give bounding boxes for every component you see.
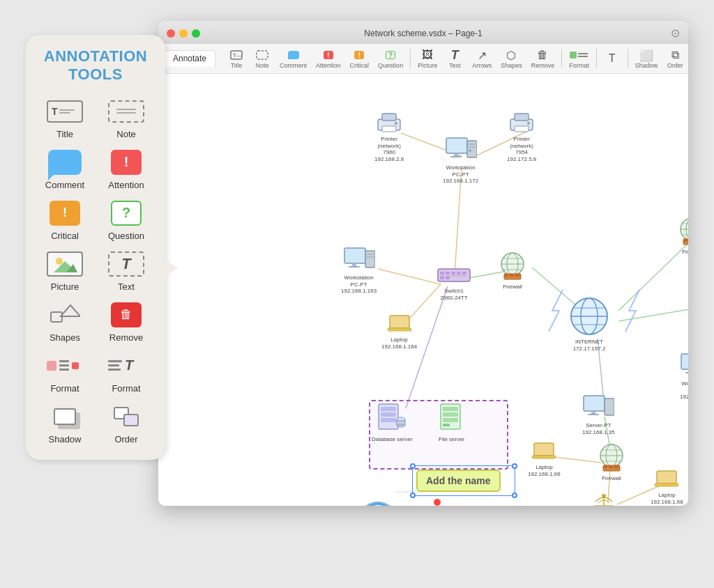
svg-rect-30 [382, 126, 396, 132]
tool-format-color[interactable]: Format [37, 351, 93, 394]
toolbar-text-btn[interactable]: T Text [442, 47, 467, 70]
tool-shadow[interactable]: Shadow [37, 402, 93, 444]
tool-question[interactable]: ? Question [98, 199, 154, 241]
toolbar-picture-btn[interactable]: 🖼 Picture [413, 47, 441, 70]
node-laptop2[interactable]: Laptop192.168.1.66 [528, 442, 561, 477]
node-workstation3[interactable]: WorkstationPC-PT192.168.1.35 [680, 353, 688, 401]
svg-rect-37 [468, 146, 476, 148]
close-button[interactable] [167, 29, 175, 38]
comment-label: Comment [45, 180, 84, 190]
laptop3-icon [654, 470, 679, 490]
toolbar-comment-btn[interactable]: Comment [275, 47, 311, 70]
order-icon [108, 404, 144, 429]
svg-rect-50 [440, 272, 444, 274]
svg-rect-47 [366, 254, 374, 255]
node-internet[interactable]: INTERNET172.17.197.2 [570, 297, 609, 352]
serverpt-label: Server-PT192.168.1.35 [582, 422, 615, 435]
svg-rect-41 [515, 126, 529, 132]
tool-remove[interactable]: 🗑 Remove [98, 300, 154, 343]
toolbar-t-btn[interactable]: T [600, 50, 625, 67]
format-color-icon [47, 353, 83, 378]
tool-critical[interactable]: ! Critical [37, 199, 93, 241]
shadow-label: Shadow [49, 434, 82, 444]
toolbar-remove-btn[interactable]: 🗑 Remove [527, 47, 559, 70]
fileserver-icon [439, 403, 464, 435]
format-text-icon: T [108, 353, 144, 378]
toolbar-note-btn[interactable]: Note [250, 47, 275, 70]
tool-text[interactable]: T Text [98, 249, 154, 292]
tool-format-text[interactable]: T Format [98, 351, 154, 394]
svg-rect-48 [366, 256, 374, 258]
node-firewall3[interactable]: Firewall [598, 443, 625, 481]
node-firewall2[interactable]: Firewall [678, 217, 688, 255]
tool-picture[interactable]: Picture [37, 249, 93, 292]
traffic-lights [167, 29, 200, 38]
toolbar-critical-btn[interactable]: ! Critical [346, 47, 374, 70]
maximize-button[interactable] [192, 29, 200, 38]
node-radiorouter[interactable]: Radiorouter2811 [589, 492, 618, 506]
node-serverpt[interactable]: Server-PT192.168.1.35 [582, 394, 615, 435]
tool-note[interactable]: Note [98, 97, 154, 139]
toolbar-order-label: Order [667, 62, 683, 69]
node-laptop3[interactable]: Laptop192.168.1.68 [651, 470, 683, 505]
node-printer1[interactable]: Printer(network)7960192.168.2.8 [374, 112, 404, 162]
svg-rect-103 [605, 399, 614, 415]
toolbar-order-btn[interactable]: ⧉ Order [662, 47, 688, 70]
minimize-button[interactable] [179, 29, 188, 38]
wireless-tower[interactable] [347, 478, 409, 506]
svg-rect-45 [349, 266, 360, 268]
toolbar-actions: T— Title Note Comment [221, 47, 688, 70]
svg-rect-99 [388, 328, 411, 331]
tool-order[interactable]: Order [98, 402, 154, 444]
shapes-icon [47, 302, 83, 327]
text-label: Text [118, 281, 135, 292]
toolbar-question-btn[interactable]: ? Question [374, 47, 407, 70]
tab-annotate[interactable]: Annotate [164, 50, 215, 67]
svg-rect-100 [584, 396, 605, 411]
toolbar-critical-icon: ! [354, 48, 364, 62]
workstation3-icon [680, 353, 688, 379]
toolbar-shapes-btn[interactable]: ⬡ Shapes [496, 47, 526, 70]
toolbar-format-btn[interactable]: Format [565, 47, 593, 70]
node-printer2[interactable]: Printer(network)7954192.172.5.8 [507, 112, 536, 162]
node-workstation1[interactable]: WorkstationPC-PT192.168.1.172 [443, 137, 478, 185]
question-icon: ? [111, 201, 142, 226]
handle-bl[interactable] [410, 493, 416, 498]
svg-rect-112 [614, 465, 618, 468]
panel-title: ANNOTATIONTOOLS [37, 47, 154, 84]
dbserver-label: Database server [372, 436, 413, 443]
selection-handle-bottom[interactable] [434, 499, 441, 506]
tool-comment[interactable]: Comment [37, 148, 93, 190]
svg-rect-57 [446, 277, 450, 279]
toolbar-title-btn[interactable]: T— Title [224, 47, 249, 70]
toolbar-order-icon: ⧉ [671, 48, 679, 62]
handle-br[interactable] [512, 493, 517, 498]
printer2-label: Printer(network)7954192.172.5.8 [507, 136, 536, 162]
tool-shapes[interactable]: Shapes [37, 300, 93, 343]
toolbar-arrows-label: Arrows [472, 62, 492, 69]
tool-attention[interactable]: ! Attention [98, 148, 154, 190]
format-text-label: Format [112, 383, 140, 394]
toolbar: Annotate T— Title Note [158, 44, 688, 74]
add-name-label[interactable]: Add the name [416, 470, 501, 492]
svg-text:T—: T— [233, 52, 242, 59]
toolbar-shadow-btn[interactable]: ⬜ Shadow [631, 47, 662, 70]
node-laptop1[interactable]: Laptop192.168.1.164 [381, 314, 417, 350]
firewall1-label: Firewall [503, 284, 522, 290]
toolbar-arrows-btn[interactable]: ↗ Arrows [468, 47, 496, 70]
tool-title[interactable]: T Title [37, 97, 93, 139]
switch1-icon [437, 265, 471, 286]
format-text-icon-box: T [107, 351, 146, 380]
node-dbserver[interactable]: Database server [372, 403, 413, 443]
radiorouter-icon [591, 492, 616, 506]
svg-rect-54 [462, 272, 466, 274]
node-switch1[interactable]: Switch12960-24TT [437, 265, 471, 301]
node-fileserver[interactable]: File server [439, 403, 464, 443]
handle-tr[interactable] [512, 463, 517, 469]
app-window: Network scheme.vsdx – Page-1 ⊙ Annotate … [158, 21, 688, 506]
toolbar-attention-btn[interactable]: ! Attention [312, 47, 345, 70]
canvas-area[interactable]: Printer(network)7960192.168.2.8 [158, 74, 688, 506]
node-workstation2[interactable]: WorkstationPC-PT192.168.1.163 [341, 247, 377, 295]
svg-rect-53 [457, 272, 461, 274]
node-firewall1[interactable]: Firewall [499, 252, 526, 290]
